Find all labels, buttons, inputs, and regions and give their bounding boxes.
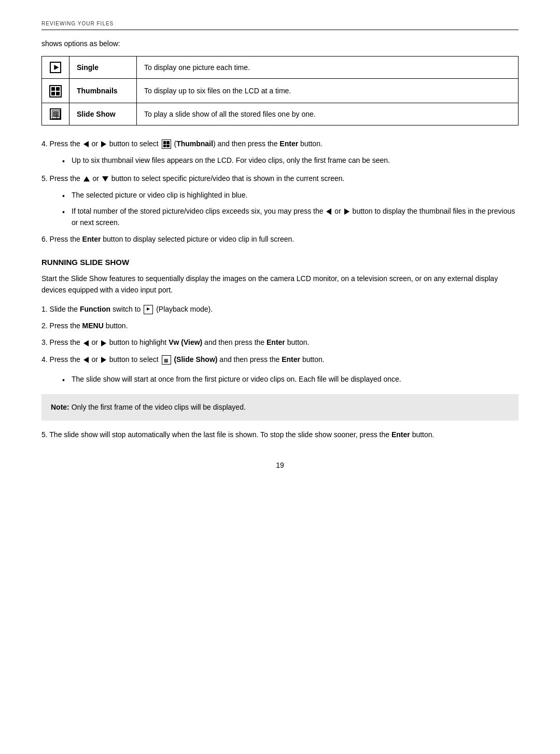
step-4-text: 4. Press the or button to select (Thumbn… (41, 138, 323, 149)
rss-step-3-text: 3. Press the or button to highlight Vw (… (41, 337, 310, 348)
up-arrow-icon (83, 176, 90, 181)
bullet-list-4: • Up to six thumbnail view files appears… (62, 155, 519, 167)
rss-step-5: 5. The slide show will stop automaticall… (41, 429, 519, 440)
thumbnail-inline-icon (162, 139, 171, 149)
rss-step3-or: or (91, 338, 100, 346)
bullet-5a-text: The selected picture or video clip is hi… (72, 189, 247, 201)
rss-step-1: 1. Slide the Function switch to ▶ (Playb… (41, 303, 519, 315)
step-6: 6. Press the Enter button to display sel… (41, 233, 519, 245)
bullet5b-or: or (334, 207, 343, 215)
rss-bullet-1-text: The slide show will start at once from t… (72, 373, 401, 385)
options-table: Single To display one picture each time.… (41, 56, 519, 125)
down-arrow-icon (102, 176, 108, 181)
thumbnails-icon (49, 85, 62, 97)
section-heading-running-slide-show: RUNNING SLIDE SHOW (41, 258, 519, 267)
rss-step-4: 4. Press the or button to select ▩ (Slid… (41, 354, 519, 365)
bullet-5b-text: If total number of the stored picture/vi… (72, 205, 519, 229)
page-header: REVIEWING YOUR FILES (41, 21, 519, 30)
bullet-dot: • (62, 206, 67, 218)
intro-text: shows options as below: (41, 39, 519, 48)
bullet-4a-text: Up to six thumbnail view files appears o… (72, 155, 390, 166)
playback-mode-icon: ▶ (144, 305, 153, 314)
section-intro-text: Start the Slide Show features to sequent… (41, 273, 519, 296)
desc-cell-single: To display one picture each time. (137, 57, 519, 79)
step-5-text: 5. Press the or button to select specifi… (41, 173, 345, 184)
rss-step-1-text: 1. Slide the Function switch to ▶ (Playb… (41, 303, 213, 315)
icon-cell-thumbnails (42, 79, 69, 103)
bullet-item-4a: • Up to six thumbnail view files appears… (62, 155, 519, 167)
right-arrow-icon-4 (101, 357, 106, 363)
rss-step-2-text: 2. Press the MENU button. (41, 320, 128, 331)
note-bold: Note: (51, 403, 69, 411)
icon-cell-slideshow: ▩ (42, 103, 69, 125)
icon-cell-single (42, 57, 69, 79)
rss-steps: 1. Slide the Function switch to ▶ (Playb… (41, 303, 519, 366)
play-icon (50, 62, 61, 73)
step5-or: or (92, 174, 101, 183)
rss-step4-or: or (91, 355, 100, 364)
note-text: Only the first frame of the video clips … (72, 403, 246, 411)
header-title: REVIEWING YOUR FILES (41, 21, 114, 26)
left-arrow-icon (83, 141, 89, 147)
bullet-item-5a: • The selected picture or video clip is … (62, 189, 519, 202)
table-row: Thumbnails To display up to six files on… (42, 79, 519, 103)
rss-step-2: 2. Press the MENU button. (41, 320, 519, 331)
table-row: ▩ Slide Show To play a slide show of all… (42, 103, 519, 125)
right-arrow-icon (101, 141, 106, 147)
left-arrow-icon-4 (83, 357, 89, 363)
bullet-item-5b: • If total number of the stored picture/… (62, 205, 519, 229)
label-cell-thumbnails: Thumbnails (69, 79, 137, 103)
slideshow-icon: ▩ (50, 108, 61, 120)
rss-step-3: 3. Press the or button to highlight Vw (… (41, 337, 519, 348)
bullet-list-5: • The selected picture or video clip is … (62, 189, 519, 228)
step4-or: or (91, 139, 100, 148)
page-number: 19 (41, 461, 519, 469)
right-arrow-icon-3 (101, 340, 106, 346)
rss-bullet-list: • The slide show will start at once from… (62, 373, 519, 386)
step-4: 4. Press the or button to select (Thumbn… (41, 138, 519, 149)
bullet-dot: • (62, 190, 67, 202)
left-arrow-icon-2 (326, 208, 331, 215)
left-arrow-icon-3 (83, 340, 89, 346)
right-arrow-icon-2 (344, 208, 349, 215)
rss-bullet-1: • The slide show will start at once from… (62, 373, 519, 386)
step-5: 5. Press the or button to select specifi… (41, 173, 519, 184)
bullet-dot: • (62, 374, 67, 386)
label-cell-slideshow: Slide Show (69, 103, 137, 125)
rss-step-5-text: 5. The slide show will stop automaticall… (41, 429, 434, 440)
desc-cell-thumbnails: To display up to six files on the LCD at… (137, 79, 519, 103)
note-box: Note: Only the first frame of the video … (41, 394, 519, 420)
label-cell-single: Single (69, 57, 137, 79)
slideshow-inline-icon: ▩ (162, 355, 171, 365)
step-6-text: 6. Press the Enter button to display sel… (41, 233, 294, 245)
rss-step-4-text: 4. Press the or button to select ▩ (Slid… (41, 354, 325, 365)
bullet-dot: • (62, 156, 67, 167)
table-row: Single To display one picture each time. (42, 57, 519, 79)
desc-cell-slideshow: To play a slide show of all the stored f… (137, 103, 519, 125)
